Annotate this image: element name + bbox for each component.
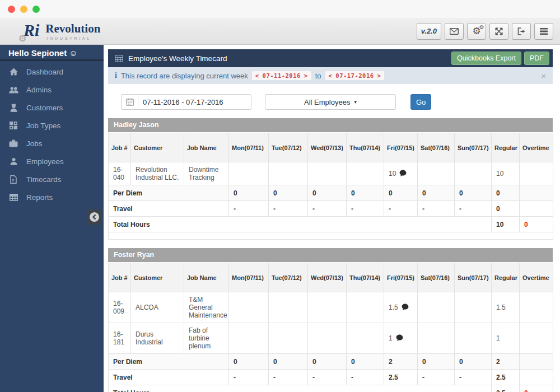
job-number-cell: 16-009: [109, 292, 131, 323]
expand-icon: [495, 27, 503, 35]
pdf-export-button[interactable]: PDF: [524, 52, 549, 65]
column-header: Sun(07/17): [455, 263, 492, 292]
envelope-icon: [450, 28, 459, 35]
column-header: Sat(07/16): [418, 263, 455, 292]
svg-text:x: x: [12, 178, 15, 183]
job-number-cell: 16-181: [109, 323, 131, 354]
users-icon: [9, 86, 18, 94]
employee-sections: Hadley JasonJob #CustomerJob NameMon(07/…: [108, 118, 553, 392]
window-chrome: [0, 0, 560, 18]
sidebar-item-customers[interactable]: Customers: [0, 99, 104, 116]
prev-week-arrow[interactable]: <: [329, 72, 333, 79]
next-week-arrow[interactable]: >: [377, 72, 381, 79]
logout-button[interactable]: [512, 23, 531, 40]
sign-out-icon: [517, 27, 526, 35]
regular-cell: 1: [492, 323, 520, 354]
day-cell: 2: [384, 354, 418, 370]
fullscreen-button[interactable]: [489, 23, 508, 40]
file-x-icon: x: [10, 175, 17, 184]
column-header: Fri(07/15): [384, 263, 418, 292]
close-window-button[interactable]: [8, 6, 15, 13]
day-cell: 0: [455, 354, 492, 370]
date-range-group: [121, 94, 251, 110]
travel-row: Travel----2.5--2.5: [109, 370, 553, 385]
version-button[interactable]: v.2.0: [417, 23, 441, 40]
day-cell: [269, 323, 308, 354]
day-cell: 0: [269, 185, 308, 201]
brand-logo: Ri ⚙ Revolution INDUSTRIAL: [21, 21, 100, 42]
topbar-actions: v.2.0 ⚙⚙: [417, 23, 553, 40]
go-button[interactable]: Go: [410, 94, 431, 110]
column-header: Job Name: [184, 263, 229, 292]
overtime-cell: [520, 323, 553, 354]
day-cell: -: [308, 370, 347, 385]
sidebar-item-employees[interactable]: Employees: [0, 152, 104, 170]
comment-icon[interactable]: [402, 304, 409, 310]
chevron-left-circle-icon: [89, 212, 100, 222]
day-cell: 1.5: [384, 292, 418, 323]
column-header: Sun(07/17): [455, 133, 492, 162]
quickbooks-export-button[interactable]: Quickbooks Export: [451, 52, 521, 65]
comment-icon[interactable]: [399, 170, 407, 176]
notice-close-icon[interactable]: ×: [541, 71, 546, 81]
next-week-arrow[interactable]: >: [304, 72, 308, 79]
week-from-badge[interactable]: < 07-11-2016 >: [252, 71, 311, 80]
employee-section: Foster RyanJob #CustomerJob NameMon(07/1…: [108, 248, 553, 392]
table-header-row: Job #CustomerJob NameMon(07/11)Tue(07/12…: [109, 133, 553, 162]
column-header: Customer: [131, 133, 184, 162]
day-cell: -: [308, 201, 347, 217]
mail-button[interactable]: [445, 23, 464, 40]
sidebar-item-label: Jobs: [26, 139, 43, 148]
date-range-input[interactable]: [138, 98, 251, 106]
employee-filter-dropdown[interactable]: All Employees ▾: [265, 94, 396, 110]
day-cell: 0: [229, 185, 269, 201]
day-cell: 0: [384, 185, 418, 201]
user-secret-icon: [10, 104, 17, 112]
column-header: Regular: [492, 263, 520, 292]
column-header: Mon(07/11): [229, 133, 269, 162]
day-cell: 1: [384, 323, 418, 354]
employee-section: Hadley JasonJob #CustomerJob NameMon(07/…: [108, 118, 553, 240]
settings-button[interactable]: ⚙⚙: [467, 23, 486, 40]
job-row: 16-181Durus IndustrialFab of turbine ple…: [109, 323, 553, 354]
job-number-cell: 16-040: [109, 162, 131, 185]
info-icon: i: [115, 71, 117, 80]
briefcase-icon: [9, 139, 18, 147]
prev-week-arrow[interactable]: <: [255, 72, 259, 79]
hamburger-icon: [540, 28, 548, 35]
sidebar-collapse-button[interactable]: [87, 209, 102, 225]
sidebar: Hello Sepionet ☺ DashboardAdminsCustomer…: [0, 45, 104, 392]
job-name-cell: Downtime Tracking: [184, 162, 229, 185]
regular-cell: 10: [492, 162, 520, 185]
sidebar-nav: DashboardAdminsCustomersJob TypesJobsEmp…: [0, 61, 104, 206]
chevron-down-icon: ▾: [354, 99, 357, 105]
sidebar-item-admins[interactable]: Admins: [0, 81, 104, 99]
maximize-window-button[interactable]: [32, 6, 40, 13]
comment-icon[interactable]: [396, 334, 403, 341]
day-cell: 0: [418, 354, 455, 370]
row-label-cell: Total Hours: [109, 385, 492, 392]
day-cell: [455, 292, 492, 323]
regular-cell: 1.5: [492, 292, 520, 323]
column-header: Overtime: [520, 133, 553, 162]
sidebar-item-job-types[interactable]: Job Types: [0, 116, 104, 134]
timecard-panel: Employee's Weekly Timecard Quickbooks Ex…: [108, 49, 553, 392]
sidebar-item-jobs[interactable]: Jobs: [0, 134, 104, 152]
sidebar-item-reports[interactable]: Reports: [0, 188, 104, 206]
day-cell: [347, 162, 384, 185]
week-to-badge[interactable]: < 07-17-2016 >: [325, 71, 385, 80]
job-row: 16-009ALCOAT&M General Maintenance1.51.5: [109, 292, 553, 323]
sidebar-item-label: Timecards: [26, 175, 62, 184]
sidebar-item-dashboard[interactable]: Dashboard: [0, 63, 104, 81]
minimize-window-button[interactable]: [20, 6, 27, 13]
menu-button[interactable]: [534, 23, 553, 40]
day-cell: [455, 323, 492, 354]
customer-cell: ALCOA: [131, 292, 184, 323]
day-cell: -: [347, 370, 384, 385]
sidebar-item-timecards[interactable]: xTimecards: [0, 170, 104, 188]
column-header: Mon(07/11): [229, 263, 269, 292]
day-cell: 0: [229, 354, 269, 370]
main-content: Employee's Weekly Timecard Quickbooks Ex…: [104, 45, 560, 392]
overtime-cell: [520, 370, 553, 385]
column-header: Thu(07/14): [347, 133, 384, 162]
